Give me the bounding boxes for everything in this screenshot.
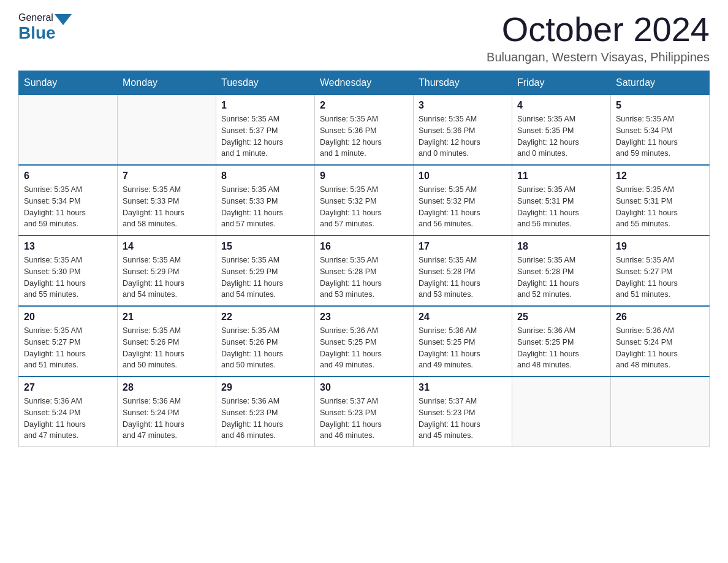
calendar-cell: 12Sunrise: 5:35 AMSunset: 5:31 PMDayligh…	[611, 165, 710, 236]
day-number: 25	[517, 312, 605, 323]
day-info: Sunrise: 5:35 AMSunset: 5:34 PMDaylight:…	[616, 113, 704, 159]
calendar-cell: 9Sunrise: 5:35 AMSunset: 5:32 PMDaylight…	[315, 165, 414, 236]
day-info: Sunrise: 5:35 AMSunset: 5:37 PMDaylight:…	[221, 113, 309, 159]
col-header-wednesday: Wednesday	[315, 71, 414, 95]
calendar-cell: 7Sunrise: 5:35 AMSunset: 5:33 PMDaylight…	[118, 165, 216, 236]
day-info: Sunrise: 5:37 AMSunset: 5:23 PMDaylight:…	[419, 396, 507, 442]
calendar-cell: 13Sunrise: 5:35 AMSunset: 5:30 PMDayligh…	[19, 236, 118, 306]
calendar-cell: 11Sunrise: 5:35 AMSunset: 5:31 PMDayligh…	[512, 165, 611, 236]
day-number: 12	[616, 170, 704, 182]
day-number: 8	[221, 170, 309, 182]
week-row-1: 1Sunrise: 5:35 AMSunset: 5:37 PMDaylight…	[19, 95, 710, 166]
day-number: 17	[419, 241, 507, 252]
col-header-tuesday: Tuesday	[216, 71, 315, 95]
day-number: 31	[419, 382, 507, 393]
calendar-cell: 5Sunrise: 5:35 AMSunset: 5:34 PMDaylight…	[611, 95, 710, 166]
day-number: 22	[221, 312, 309, 323]
day-number: 28	[123, 382, 211, 393]
day-info: Sunrise: 5:36 AMSunset: 5:25 PMDaylight:…	[517, 325, 605, 371]
day-number: 5	[616, 100, 704, 111]
calendar-cell: 19Sunrise: 5:35 AMSunset: 5:27 PMDayligh…	[611, 236, 710, 306]
day-info: Sunrise: 5:35 AMSunset: 5:29 PMDaylight:…	[221, 255, 309, 301]
day-number: 2	[320, 100, 408, 111]
calendar-cell: 10Sunrise: 5:35 AMSunset: 5:32 PMDayligh…	[414, 165, 512, 236]
day-number: 29	[221, 382, 309, 393]
day-info: Sunrise: 5:35 AMSunset: 5:33 PMDaylight:…	[123, 184, 211, 230]
day-number: 1	[221, 100, 309, 111]
col-header-friday: Friday	[512, 71, 611, 95]
day-info: Sunrise: 5:35 AMSunset: 5:26 PMDaylight:…	[123, 325, 211, 371]
day-number: 7	[123, 170, 211, 182]
logo-blue-text: Blue	[18, 23, 56, 42]
day-number: 21	[123, 312, 211, 323]
day-info: Sunrise: 5:35 AMSunset: 5:32 PMDaylight:…	[419, 184, 507, 230]
day-number: 13	[24, 241, 112, 252]
calendar-cell: 30Sunrise: 5:37 AMSunset: 5:23 PMDayligh…	[315, 377, 414, 447]
calendar-cell: 27Sunrise: 5:36 AMSunset: 5:24 PMDayligh…	[19, 377, 118, 447]
week-row-2: 6Sunrise: 5:35 AMSunset: 5:34 PMDaylight…	[19, 165, 710, 236]
day-number: 3	[419, 100, 507, 111]
location-title: Buluangan, Western Visayas, Philippines	[487, 50, 710, 64]
day-number: 23	[320, 312, 408, 323]
logo-triangle-icon	[55, 14, 72, 25]
day-info: Sunrise: 5:35 AMSunset: 5:30 PMDaylight:…	[24, 255, 112, 301]
day-info: Sunrise: 5:35 AMSunset: 5:27 PMDaylight:…	[24, 325, 112, 371]
day-number: 24	[419, 312, 507, 323]
calendar-cell: 17Sunrise: 5:35 AMSunset: 5:28 PMDayligh…	[414, 236, 512, 306]
calendar-cell	[19, 95, 118, 166]
week-row-3: 13Sunrise: 5:35 AMSunset: 5:30 PMDayligh…	[19, 236, 710, 306]
day-number: 16	[320, 241, 408, 252]
calendar-cell: 2Sunrise: 5:35 AMSunset: 5:36 PMDaylight…	[315, 95, 414, 166]
calendar-cell	[611, 377, 710, 447]
day-number: 20	[24, 312, 112, 323]
day-number: 9	[320, 170, 408, 182]
calendar-cell: 8Sunrise: 5:35 AMSunset: 5:33 PMDaylight…	[216, 165, 315, 236]
day-number: 10	[419, 170, 507, 182]
calendar-cell: 20Sunrise: 5:35 AMSunset: 5:27 PMDayligh…	[19, 306, 118, 377]
day-number: 4	[517, 100, 605, 111]
day-number: 15	[221, 241, 309, 252]
day-info: Sunrise: 5:35 AMSunset: 5:28 PMDaylight:…	[419, 255, 507, 301]
calendar-cell: 21Sunrise: 5:35 AMSunset: 5:26 PMDayligh…	[118, 306, 216, 377]
day-number: 14	[123, 241, 211, 252]
day-number: 11	[517, 170, 605, 182]
day-number: 6	[24, 170, 112, 182]
day-info: Sunrise: 5:36 AMSunset: 5:24 PMDaylight:…	[616, 325, 704, 371]
calendar-cell: 26Sunrise: 5:36 AMSunset: 5:24 PMDayligh…	[611, 306, 710, 377]
week-row-4: 20Sunrise: 5:35 AMSunset: 5:27 PMDayligh…	[19, 306, 710, 377]
calendar-cell: 23Sunrise: 5:36 AMSunset: 5:25 PMDayligh…	[315, 306, 414, 377]
week-row-5: 27Sunrise: 5:36 AMSunset: 5:24 PMDayligh…	[19, 377, 710, 447]
day-number: 30	[320, 382, 408, 393]
calendar-cell: 25Sunrise: 5:36 AMSunset: 5:25 PMDayligh…	[512, 306, 611, 377]
day-info: Sunrise: 5:35 AMSunset: 5:31 PMDaylight:…	[616, 184, 704, 230]
day-info: Sunrise: 5:36 AMSunset: 5:24 PMDaylight:…	[123, 396, 211, 442]
calendar-cell: 4Sunrise: 5:35 AMSunset: 5:35 PMDaylight…	[512, 95, 611, 166]
day-info: Sunrise: 5:36 AMSunset: 5:25 PMDaylight:…	[320, 325, 408, 371]
calendar-table: SundayMondayTuesdayWednesdayThursdayFrid…	[18, 71, 710, 447]
page-header: General Blue October 2024 Buluangan, Wes…	[18, 12, 710, 64]
calendar-cell: 16Sunrise: 5:35 AMSunset: 5:28 PMDayligh…	[315, 236, 414, 306]
day-number: 18	[517, 241, 605, 252]
month-title: October 2024	[487, 12, 710, 47]
day-info: Sunrise: 5:35 AMSunset: 5:27 PMDaylight:…	[616, 255, 704, 301]
day-number: 27	[24, 382, 112, 393]
day-info: Sunrise: 5:35 AMSunset: 5:35 PMDaylight:…	[517, 113, 605, 159]
day-info: Sunrise: 5:35 AMSunset: 5:36 PMDaylight:…	[320, 113, 408, 159]
calendar-cell: 28Sunrise: 5:36 AMSunset: 5:24 PMDayligh…	[118, 377, 216, 447]
day-info: Sunrise: 5:35 AMSunset: 5:33 PMDaylight:…	[221, 184, 309, 230]
calendar-cell: 29Sunrise: 5:36 AMSunset: 5:23 PMDayligh…	[216, 377, 315, 447]
logo-general-text: General	[18, 12, 53, 23]
day-info: Sunrise: 5:36 AMSunset: 5:24 PMDaylight:…	[24, 396, 112, 442]
day-info: Sunrise: 5:35 AMSunset: 5:34 PMDaylight:…	[24, 184, 112, 230]
title-section: October 2024 Buluangan, Western Visayas,…	[487, 12, 710, 64]
day-info: Sunrise: 5:35 AMSunset: 5:32 PMDaylight:…	[320, 184, 408, 230]
col-header-thursday: Thursday	[414, 71, 512, 95]
col-header-saturday: Saturday	[611, 71, 710, 95]
day-number: 19	[616, 241, 704, 252]
calendar-cell: 31Sunrise: 5:37 AMSunset: 5:23 PMDayligh…	[414, 377, 512, 447]
calendar-cell: 22Sunrise: 5:35 AMSunset: 5:26 PMDayligh…	[216, 306, 315, 377]
day-info: Sunrise: 5:35 AMSunset: 5:29 PMDaylight:…	[123, 255, 211, 301]
calendar-cell: 3Sunrise: 5:35 AMSunset: 5:36 PMDaylight…	[414, 95, 512, 166]
day-info: Sunrise: 5:35 AMSunset: 5:28 PMDaylight:…	[517, 255, 605, 301]
day-info: Sunrise: 5:36 AMSunset: 5:25 PMDaylight:…	[419, 325, 507, 371]
